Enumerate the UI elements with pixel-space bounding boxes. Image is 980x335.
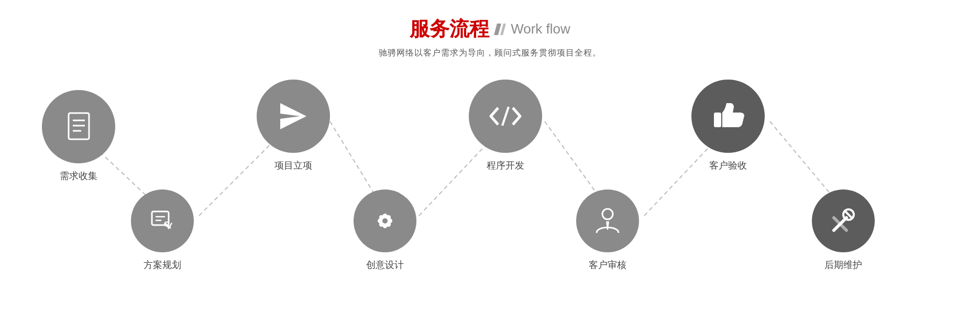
- label-yanshou: 客户验收: [709, 159, 747, 172]
- circle-xuqiu: [42, 90, 115, 163]
- node-lixiang: 项目立项: [257, 80, 330, 172]
- title-english: Work flow: [511, 21, 570, 37]
- label-fangan: 方案规划: [144, 259, 181, 271]
- circle-shenhe: [576, 189, 639, 252]
- svg-line-22: [502, 107, 509, 126]
- label-weihu: 后期维护: [824, 259, 862, 271]
- label-lixiang: 项目立项: [274, 159, 312, 172]
- node-shenhe: 客户审核: [576, 189, 639, 271]
- title-decoration: [495, 24, 504, 35]
- label-chuangyi: 创意设计: [366, 259, 404, 271]
- svg-marker-16: [280, 103, 306, 129]
- node-kaifa: 程序开发: [469, 80, 542, 172]
- workflow-area: 需求收集 方案规划: [0, 80, 980, 299]
- label-kaifa: 程序开发: [487, 159, 524, 172]
- circle-yanshou: [691, 80, 765, 153]
- title-row: 服务流程 Work flow: [410, 16, 570, 42]
- circle-chuangyi: [354, 189, 416, 252]
- subtitle: 驰骋网络以客户需求为导向，顾问式服务贯彻项目全程。: [379, 48, 601, 59]
- node-fangan: 方案规划: [131, 189, 194, 271]
- node-xuqiu: 需求收集: [42, 90, 115, 182]
- circle-kaifa: [469, 80, 542, 153]
- circle-weihu: [812, 189, 875, 252]
- svg-point-23: [602, 209, 613, 219]
- nodes-container: 需求收集 方案规划: [0, 80, 980, 299]
- decoration-bar2: [500, 24, 506, 35]
- node-chuangyi: 创意设计: [354, 189, 416, 271]
- page-container: 服务流程 Work flow 驰骋网络以客户需求为导向，顾问式服务贯彻项目全程。: [0, 0, 980, 335]
- label-shenhe: 客户审核: [589, 259, 626, 271]
- svg-rect-25: [714, 113, 721, 127]
- title-chinese: 服务流程: [410, 16, 489, 42]
- node-weihu: 后期维护: [812, 189, 875, 271]
- circle-fangan: [131, 189, 194, 252]
- svg-marker-24: [606, 221, 609, 230]
- svg-point-21: [382, 218, 388, 224]
- circle-lixiang: [257, 80, 330, 153]
- header: 服务流程 Work flow 驰骋网络以客户需求为导向，顾问式服务贯彻项目全程。: [379, 16, 601, 59]
- label-xuqiu: 需求收集: [60, 170, 97, 182]
- node-yanshou: 客户验收: [691, 80, 765, 172]
